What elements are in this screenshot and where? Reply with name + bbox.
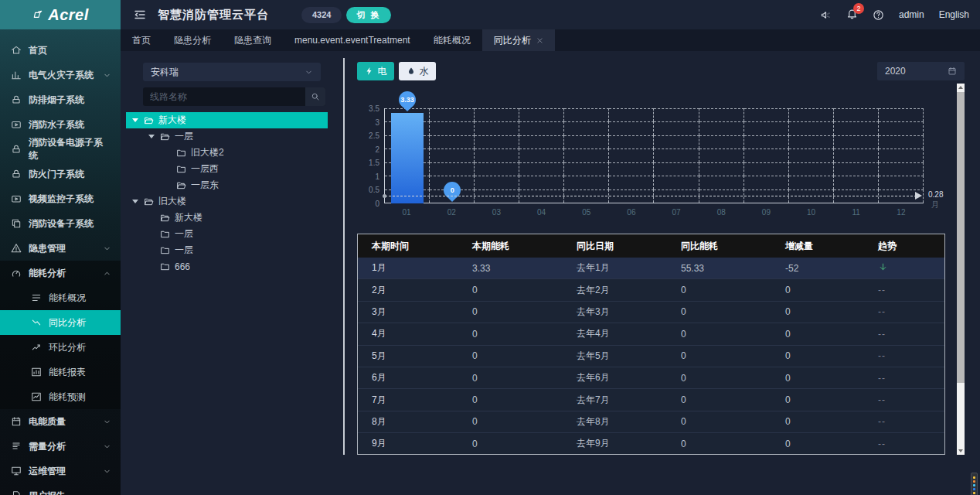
sidebar-item[interactable]: 能耗报表	[0, 360, 121, 384]
grid-cell	[789, 162, 834, 176]
y-tick-label: 2	[353, 145, 379, 154]
grid-cell	[519, 135, 564, 148]
tab[interactable]: 隐患分析	[162, 29, 223, 51]
caret-down-icon[interactable]	[148, 135, 155, 138]
grid-cell	[834, 162, 879, 176]
tab[interactable]: 同比分析	[482, 29, 555, 51]
tree-node[interactable]: 新大楼	[126, 210, 328, 226]
grid-cell	[699, 176, 744, 189]
data-pin: 3.33	[399, 91, 416, 108]
help-icon[interactable]	[873, 9, 884, 21]
tree-node[interactable]: 一层	[126, 128, 328, 145]
tree-node[interactable]: 一层	[126, 226, 328, 242]
table-row[interactable]: 8月0去年8月00--	[358, 411, 944, 433]
tree-node[interactable]: 新大楼	[126, 112, 328, 128]
table-row[interactable]: 6月0去年6月00--	[358, 367, 944, 389]
sidebar-item[interactable]: 电气火灾子系统	[0, 63, 121, 87]
table-cell: 去年2月	[563, 284, 667, 297]
sidebar-item[interactable]: 电能质量	[0, 409, 121, 434]
grid-cell	[699, 148, 744, 162]
x-tick-label: 10	[796, 208, 827, 217]
table-row[interactable]: 1月3.33去年1月55.33-52	[358, 258, 944, 279]
trend-none-indicator: --	[864, 350, 944, 361]
sidebar-item[interactable]: 隐患管理	[0, 236, 121, 261]
username[interactable]: admin	[899, 9, 924, 20]
tree-node[interactable]: 666	[126, 258, 328, 275]
sidebar-item[interactable]: 运维管理	[0, 459, 121, 483]
sidebar-item-label: 同比分析	[49, 316, 86, 329]
collapse-menu-icon[interactable]	[133, 8, 147, 22]
tree-node[interactable]: 一层西	[126, 161, 328, 177]
sidebar-item[interactable]: 消防设备电源子系统	[0, 137, 121, 162]
search-input[interactable]	[143, 87, 305, 106]
table-cell: 去年8月	[563, 415, 667, 428]
sidebar-item-label: 用户报告	[29, 490, 66, 495]
warning-icon	[11, 243, 22, 254]
sidebar-item[interactable]: 用户报告	[0, 483, 121, 495]
table-row[interactable]: 3月0去年3月00--	[358, 302, 944, 323]
water-toggle-button[interactable]: 水	[399, 62, 436, 80]
sidebar-item[interactable]: 需量分析	[0, 434, 121, 459]
year-picker[interactable]: 2020	[877, 62, 965, 80]
table-row[interactable]: 9月0去年9月00--	[358, 433, 944, 455]
search-button[interactable]	[305, 87, 325, 106]
sidebar-item[interactable]: 同比分析	[0, 310, 121, 335]
vertical-scrollbar[interactable]	[957, 84, 965, 455]
switch-button[interactable]: 切 换	[346, 7, 390, 23]
grid-cell	[475, 162, 519, 176]
sidebar-item[interactable]: 环比分析	[0, 335, 121, 360]
sidebar-item[interactable]: 视频监控子系统	[0, 186, 121, 211]
tree-node[interactable]: 旧大楼2	[126, 145, 328, 161]
mute-icon[interactable]	[820, 9, 832, 21]
calendar-icon	[948, 67, 957, 76]
sidebar-item[interactable]: 消防设备子系统	[0, 211, 121, 236]
tree-node[interactable]: 旧大楼	[126, 193, 328, 210]
electric-toggle-button[interactable]: 电	[357, 62, 394, 80]
sidebar-item[interactable]: 能耗分析	[0, 261, 121, 285]
grid-cell	[654, 135, 699, 148]
tab[interactable]: 能耗概况	[422, 29, 482, 51]
table-row[interactable]: 7月0去年7月00--	[358, 389, 944, 411]
sidebar-item[interactable]: 消防水子系统	[0, 112, 121, 137]
caret-down-icon[interactable]	[132, 118, 138, 122]
caret-down-icon[interactable]	[132, 200, 138, 203]
tree-node-label: 一层西	[191, 162, 219, 176]
tab[interactable]: 隐患查询	[223, 29, 283, 51]
table-header-cell: 趋势	[864, 240, 944, 253]
grid-cell	[564, 108, 609, 121]
sidebar-item[interactable]: 能耗预测	[0, 384, 121, 409]
language-switch[interactable]: English	[939, 9, 969, 20]
table-row[interactable]: 4月0去年4月00--	[358, 323, 944, 345]
bar-chart-icon	[11, 70, 22, 80]
trend-up-icon	[31, 342, 42, 353]
sidebar-item[interactable]: 能耗概况	[0, 285, 121, 310]
grid-cell	[654, 148, 699, 162]
sidebar-item-label: 电能质量	[29, 415, 66, 428]
chevron-down-icon	[103, 71, 111, 80]
sidebar-item[interactable]: 防火门子系统	[0, 162, 121, 186]
scrollbar-thumb[interactable]	[957, 92, 965, 383]
sidebar-item[interactable]: 防排烟子系统	[0, 87, 121, 112]
scroll-up-arrow[interactable]	[957, 84, 965, 91]
table-cell: 0	[458, 416, 563, 427]
table-row[interactable]: 5月0去年5月00--	[358, 346, 944, 367]
y-tick-label: 3.5	[353, 104, 379, 113]
folder-open-icon	[160, 131, 170, 142]
ops-icon	[11, 466, 22, 476]
tree-node[interactable]: 一层	[126, 242, 328, 258]
notifications[interactable]: 2	[846, 8, 858, 22]
table-row[interactable]: 2月0去年2月00--	[358, 279, 944, 301]
sidebar-item[interactable]: 首页	[0, 38, 121, 63]
scroll-down-arrow[interactable]	[957, 447, 965, 455]
tab[interactable]: menu.event.eventTreatment	[283, 29, 422, 51]
close-icon[interactable]	[536, 37, 543, 44]
tree-node[interactable]: 一层东	[126, 177, 328, 193]
table-cell: 0	[667, 416, 771, 427]
org-select-value: 安科瑞	[151, 66, 179, 79]
acrel-logo-icon	[32, 9, 44, 21]
sidebar-item-label: 运维管理	[29, 465, 66, 478]
table-cell: 0	[458, 373, 563, 384]
org-select[interactable]: 安科瑞	[143, 63, 321, 81]
tab[interactable]: 首页	[121, 29, 162, 51]
table-cell: 0	[771, 329, 864, 340]
